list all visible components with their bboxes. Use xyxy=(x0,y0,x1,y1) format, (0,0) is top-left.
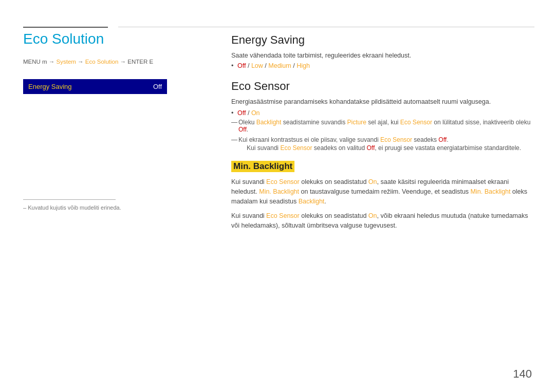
min-backlight-desc2: Kui suvandi Eco Sensor olekuks on seadis… xyxy=(231,211,534,231)
left-note: – Kuvatud kujutis võib mudeliti erineda. xyxy=(23,204,121,211)
min-backlight-desc1: Kui suvandi Eco Sensor olekuks on seadis… xyxy=(231,177,534,206)
menu-item-label: Energy Saving xyxy=(28,83,72,90)
top-line-right xyxy=(118,27,534,27)
energy-saving-section: Energy Saving Saate vähendada toite tarb… xyxy=(231,33,534,69)
eco-sensor-note1: Oleku Backlight seadistamine suvandis Pi… xyxy=(231,119,534,133)
eco-sensor-options: Off / On xyxy=(231,109,534,117)
eco-sensor-section: Eco Sensor Energiasäästmise parandamisek… xyxy=(231,80,534,152)
left-divider xyxy=(23,199,116,200)
page-number: 140 xyxy=(513,367,532,381)
breadcrumb-arrow2: → ENTER E xyxy=(118,59,153,65)
page-title: Eco Solution xyxy=(23,31,198,47)
breadcrumb: MENU m → System → Eco Solution → ENTER E xyxy=(23,59,198,65)
breadcrumb-prefix: MENU m → xyxy=(23,59,57,65)
breadcrumb-arrow1: → xyxy=(76,59,85,65)
min-backlight-section: Min. Backlight Kui suvandi Eco Sensor ol… xyxy=(231,154,534,231)
energy-saving-desc: Saate vähendada toite tarbimist, regulee… xyxy=(231,52,534,59)
energy-saving-menu-item[interactable]: Energy Saving Off xyxy=(23,79,167,94)
energy-saving-title: Energy Saving xyxy=(231,33,534,47)
eco-sensor-title: Eco Sensor xyxy=(231,80,534,93)
min-backlight-title: Min. Backlight xyxy=(231,161,294,172)
left-panel: Eco Solution MENU m → System → Eco Solut… xyxy=(23,31,198,94)
eco-sensor-note2: Kui ekraani kontrastsus ei ole piisav, v… xyxy=(231,136,534,143)
energy-saving-option-item: Off / Low / Medium / High xyxy=(237,62,534,69)
menu-item-value: Off xyxy=(153,83,162,90)
breadcrumb-eco: Eco Solution xyxy=(85,59,119,65)
top-line-left xyxy=(23,27,108,28)
breadcrumb-system: System xyxy=(57,59,76,65)
energy-saving-options: Off / Low / Medium / High xyxy=(231,62,534,69)
eco-sensor-desc: Energiasäästmise parandamiseks kohandata… xyxy=(231,98,534,105)
eco-sensor-note3: Kui suvandi Eco Sensor seadeks on valitu… xyxy=(231,144,534,152)
eco-sensor-option-item: Off / On xyxy=(237,109,534,117)
right-panel: Energy Saving Saate vähendada toite tarb… xyxy=(231,33,534,231)
